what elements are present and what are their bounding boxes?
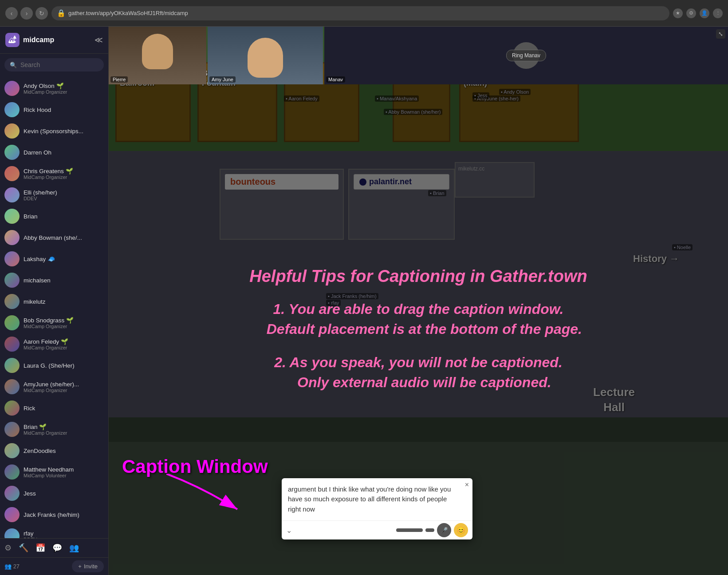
menu-icon[interactable]: ⋮ <box>713 8 723 18</box>
tips-tip1: 1. You are able to drag the caption wind… <box>255 299 582 339</box>
collapse-sidebar-button[interactable]: ≪ <box>94 35 103 45</box>
participant-name: Andy Olson 🌱 <box>24 82 104 89</box>
avatar <box>4 273 20 288</box>
participant-item[interactable]: Rick <box>0 397 108 419</box>
participant-info: Rick <box>24 405 104 412</box>
participant-name: Jack Franks (he/him) <box>24 512 104 518</box>
participant-item[interactable]: mikelutz <box>0 291 108 312</box>
avatar <box>4 166 20 181</box>
address-bar[interactable]: 🔒 gather.town/app/yOKkaWaSoHfJ1Rft/midca… <box>51 6 669 20</box>
participant-info: Jack Franks (he/him) <box>24 512 104 518</box>
sidebar: 🏕 midcamp ≪ 🔍 Andy Olson 🌱 MidCamp Organ… <box>0 27 109 575</box>
participant-info: Andy Olson 🌱 MidCamp Organizer <box>24 82 104 95</box>
ring-manav-button[interactable]: Ring Manav <box>506 50 546 61</box>
participant-role: MidCamp Organizer <box>24 89 104 95</box>
participant-item[interactable]: Andy Olson 🌱 MidCamp Organizer <box>0 78 108 99</box>
caption-progress <box>396 528 423 532</box>
sidebar-header: 🏕 midcamp ≪ <box>0 27 108 54</box>
workspace-title: midcamp <box>23 36 54 44</box>
participant-item[interactable]: Bob Snodgrass 🌱 MidCamp Organizer <box>0 312 108 333</box>
extension-icon[interactable]: ⚙ <box>686 8 696 18</box>
bookmark-icon[interactable]: ★ <box>673 8 683 18</box>
participant-item[interactable]: Laura G. (She/Her) <box>0 355 108 376</box>
participant-item[interactable]: Jack Franks (he/him) <box>0 504 108 525</box>
participant-item[interactable]: rfay DDEV <box>0 525 108 538</box>
search-input[interactable] <box>20 61 98 68</box>
caption-annotation: Caption Window <box>122 456 268 477</box>
participant-name: Kevin (Sponsorships... <box>24 128 104 135</box>
people-icon[interactable]: 👥 <box>69 543 79 553</box>
game-area[interactable]: AragonBallroom BuckingFountain Pier Towe… <box>109 27 728 575</box>
participant-item[interactable]: Aaron Feledy 🌱 MidCamp Organizer <box>0 333 108 355</box>
participant-info: Jess <box>24 490 104 497</box>
expand-button[interactable]: ⤡ <box>716 29 725 39</box>
participant-item[interactable]: Darren Oh <box>0 142 108 163</box>
participant-item[interactable]: Brian 🌱 MidCamp Organizer <box>0 419 108 440</box>
forward-button[interactable]: › <box>20 7 33 20</box>
participant-item[interactable]: Lakshay 🧢 <box>0 248 108 270</box>
participant-item[interactable]: AmyJune (she/her)... MidCamp Organizer <box>0 376 108 397</box>
participant-item[interactable]: Rick Hood <box>0 99 108 120</box>
avatar <box>4 102 20 117</box>
profile-icon[interactable]: 👤 <box>700 8 709 18</box>
participant-info: Laura G. (She/Her) <box>24 362 104 369</box>
participant-role: DDEV <box>24 196 104 201</box>
back-button[interactable]: ‹ <box>5 7 18 20</box>
search-bar[interactable]: 🔍 <box>4 58 104 71</box>
browser-chrome: ‹ › ↻ 🔒 gather.town/app/yOKkaWaSoHfJ1Rft… <box>0 0 728 27</box>
participant-item[interactable]: Chris Greatens 🌱 MidCamp Organizer <box>0 163 108 184</box>
participant-name: Darren Oh <box>24 149 104 156</box>
invite-button[interactable]: + Invite <box>72 560 104 572</box>
plus-icon: + <box>78 563 82 570</box>
video-tile-amyjune: Amy June <box>208 27 323 84</box>
participant-item[interactable]: Elli (she/her) DDEV <box>0 184 108 206</box>
lock-icon: 🔒 <box>57 9 66 17</box>
chat-icon[interactable]: 💬 <box>52 543 62 553</box>
participant-role: MidCamp Organizer <box>24 430 104 436</box>
participant-info: Brian 🌱 MidCamp Organizer <box>24 423 104 436</box>
participant-info: michalsen <box>24 277 104 284</box>
caption-scroll-down[interactable]: ⌄ <box>286 526 292 535</box>
caption-emoji-button[interactable]: 😊 <box>454 523 468 537</box>
caption-mic-button[interactable]: 🎤 <box>437 523 451 537</box>
avatar <box>4 464 20 480</box>
calendar-icon[interactable]: 📅 <box>35 543 45 553</box>
browser-actions: ★ ⚙ 👤 ⋮ <box>673 8 723 18</box>
avatar <box>4 145 20 160</box>
url-text: gather.town/app/yOKkaWaSoHfJ1Rft/midcamp <box>68 10 188 16</box>
caption-box: × argument but I think like what you're … <box>282 478 472 540</box>
avatar <box>4 443 20 458</box>
caption-close-button[interactable]: × <box>465 481 469 489</box>
avatar <box>4 209 20 224</box>
participant-item[interactable]: ZenDoodles <box>0 440 108 461</box>
participant-item[interactable]: michalsen <box>0 270 108 291</box>
settings-icon[interactable]: ⚙ <box>4 543 12 553</box>
reload-button[interactable]: ↻ <box>35 7 48 20</box>
participant-name: Elli (she/her) <box>24 189 104 196</box>
participant-item[interactable]: Kevin (Sponsorships... <box>0 120 108 142</box>
avatar <box>4 81 20 96</box>
caption-text: argument but I think like what you're do… <box>282 478 472 521</box>
participant-info: Chris Greatens 🌱 MidCamp Organizer <box>24 167 104 180</box>
video-tile-manav: Manav Ring Manav ⤡ <box>324 27 728 84</box>
participant-item[interactable]: Jess <box>0 483 108 504</box>
participant-name: Brian <box>24 213 104 220</box>
caption-controls: 🎤 😊 <box>396 523 468 537</box>
sidebar-footer: ⚙ 🔨 📅 💬 👥 <box>0 538 108 557</box>
avatar <box>4 379 20 394</box>
participant-name: michalsen <box>24 277 104 284</box>
participant-count: 👥 27 <box>4 563 20 570</box>
participant-info: Lakshay 🧢 <box>24 255 104 262</box>
participant-item[interactable]: Abby Bowman (she/... <box>0 227 108 248</box>
participant-info: Brian <box>24 213 104 220</box>
sidebar-icons: ⚙ 🔨 📅 💬 👥 <box>4 543 79 553</box>
hammer-icon[interactable]: 🔨 <box>19 543 28 553</box>
participant-role: MidCamp Organizer <box>24 345 104 350</box>
participant-item[interactable]: Matthew Needham MidCamp Volunteer <box>0 461 108 483</box>
video-strip: Pierre Amy June Manav Ring Manav ⤡ <box>109 27 728 84</box>
avatar <box>4 230 20 245</box>
participant-item[interactable]: Brian <box>0 206 108 227</box>
avatar <box>4 337 20 352</box>
participant-role: MidCamp Volunteer <box>24 473 104 478</box>
avatar <box>4 422 20 437</box>
